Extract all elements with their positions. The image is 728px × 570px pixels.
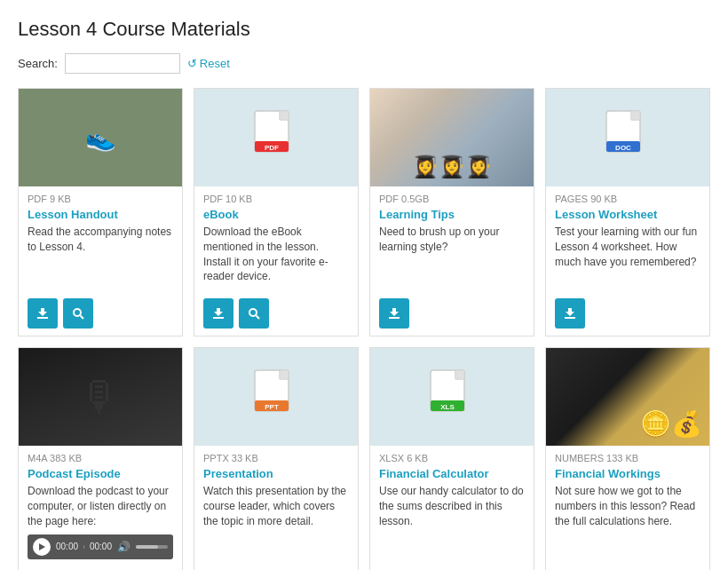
card-lesson-handout: PDF 9 KB Lesson Handout Read the accompa… — [18, 88, 183, 336]
card-meta: XLSX 6 KB — [379, 453, 525, 463]
card-icon-area: XLS — [370, 348, 534, 446]
svg-rect-14 — [631, 111, 640, 120]
audio-progress-track[interactable] — [83, 545, 84, 549]
card-image-calculator — [546, 348, 709, 446]
audio-time-total: 00:00 — [90, 542, 112, 551]
card-desc: Use our handy calculator to do the sums … — [379, 484, 525, 558]
pdf-file-icon: PDF — [253, 109, 299, 166]
card-meta: PDF 10 KB — [203, 194, 349, 204]
svg-rect-29 — [455, 370, 464, 379]
card-body: PDF 0.5GB Learning Tips Need to brush up… — [370, 186, 534, 291]
card-title[interactable]: eBook — [203, 208, 349, 221]
page-title: Lesson 4 Course Materials — [18, 18, 710, 41]
card-body: XLSX 6 KB Financial Calculator Use our h… — [370, 446, 534, 566]
svg-rect-17 — [565, 317, 575, 319]
card-body: PDF 10 KB eBook Download the eBook menti… — [194, 186, 358, 291]
card-body: M4A 383 KB Podcast Episode Download the … — [19, 446, 182, 566]
svg-point-9 — [249, 309, 257, 316]
svg-text:PPT: PPT — [265, 403, 279, 411]
svg-line-2 — [81, 316, 84, 320]
svg-rect-8 — [213, 317, 224, 319]
audio-player: 00:00 00:00 🔊 — [28, 534, 173, 559]
card-meta: NUMBERS 133 KB — [555, 453, 700, 463]
card-image-feet — [19, 89, 182, 186]
card-buttons — [194, 291, 358, 336]
reset-label: Reset — [200, 57, 230, 70]
card-desc: Test your learning with our fun Lesson 4… — [555, 225, 700, 284]
search-label: Search: — [18, 57, 58, 70]
card-body: PAGES 90 KB Lesson Worksheet Test your l… — [546, 186, 709, 291]
card-financial-calculator: XLS XLSX 6 KB Financial Calculator Use o… — [369, 347, 534, 570]
card-financial-workings: NUMBERS 133 KB Financial Workings Not su… — [545, 347, 710, 570]
svg-rect-0 — [37, 317, 48, 319]
card-body: PDF 9 KB Lesson Handout Read the accompa… — [19, 186, 182, 291]
card-meta: PDF 0.5GB — [379, 194, 525, 204]
svg-text:DOC: DOC — [615, 144, 631, 152]
card-learning-tips: PDF 0.5GB Learning Tips Need to brush up… — [369, 88, 534, 336]
card-icon-area: DOC — [546, 89, 709, 186]
svg-point-1 — [74, 309, 81, 316]
audio-time-current: 00:00 — [56, 542, 78, 551]
card-buttons — [370, 566, 534, 570]
card-ebook: PDF PDF 10 KB eBook Download the eBook m… — [194, 88, 359, 336]
card-meta: M4A 383 KB — [28, 453, 173, 463]
card-body: PPTX 33 KB Presentation Watch this prese… — [194, 446, 358, 566]
volume-fill — [136, 545, 158, 549]
search-button[interactable] — [239, 298, 269, 329]
card-desc: Download the eBook mentioned in the less… — [203, 225, 349, 284]
card-image-students — [370, 89, 534, 186]
download-button[interactable] — [379, 298, 409, 329]
download-button[interactable] — [28, 298, 58, 329]
svg-text:PDF: PDF — [265, 144, 279, 152]
card-lesson-worksheet: DOC PAGES 90 KB Lesson Worksheet Test yo… — [545, 88, 710, 336]
doc-file-icon: DOC — [605, 109, 651, 166]
download-button[interactable] — [203, 298, 233, 329]
card-title[interactable]: Podcast Episode — [28, 467, 173, 480]
reset-icon: ↺ — [187, 57, 197, 70]
svg-rect-5 — [280, 111, 289, 120]
svg-rect-11 — [389, 317, 400, 319]
volume-icon[interactable]: 🔊 — [117, 541, 131, 553]
search-bar: Search: ↺ Reset — [18, 53, 710, 74]
card-desc: Need to brush up on your learning style? — [379, 225, 525, 284]
search-button[interactable] — [63, 298, 93, 329]
card-desc: Watch this presentation by the course le… — [203, 484, 349, 558]
card-buttons — [19, 566, 182, 570]
card-title[interactable]: Lesson Worksheet — [555, 208, 700, 221]
card-desc: Not sure how we got to the numbers in th… — [555, 484, 700, 558]
card-meta: PDF 9 KB — [28, 194, 173, 204]
card-buttons — [546, 291, 709, 336]
card-desc: Download the podcast to your computer, o… — [28, 484, 173, 528]
card-podcast-episode: M4A 383 KB Podcast Episode Download the … — [18, 347, 183, 570]
card-icon-area: PPT — [194, 348, 358, 446]
card-title[interactable]: Learning Tips — [379, 208, 525, 221]
svg-rect-23 — [280, 370, 289, 379]
download-button[interactable] — [555, 298, 585, 329]
svg-line-10 — [257, 316, 260, 320]
card-title[interactable]: Lesson Handout — [28, 208, 173, 221]
card-title[interactable]: Financial Workings — [555, 467, 700, 480]
reset-button[interactable]: ↺ Reset — [187, 57, 230, 70]
card-buttons — [19, 291, 182, 336]
audio-play-button[interactable] — [33, 538, 51, 556]
card-buttons — [546, 566, 709, 570]
card-title[interactable]: Financial Calculator — [379, 467, 525, 480]
search-input[interactable] — [65, 53, 180, 74]
card-buttons — [370, 291, 534, 336]
card-meta: PPTX 33 KB — [203, 453, 349, 463]
svg-text:XLS: XLS — [440, 403, 455, 411]
card-image-podcast — [19, 348, 182, 446]
card-title[interactable]: Presentation — [203, 467, 349, 480]
card-body: NUMBERS 133 KB Financial Workings Not su… — [546, 446, 709, 566]
materials-grid: PDF 9 KB Lesson Handout Read the accompa… — [18, 88, 710, 570]
ppt-file-icon: PPT — [253, 368, 299, 425]
card-desc: Read the accompanying notes to Lesson 4. — [28, 225, 173, 284]
xls-file-icon: XLS — [429, 368, 475, 425]
card-buttons — [194, 566, 358, 570]
card-meta: PAGES 90 KB — [555, 194, 700, 204]
card-presentation: PPT PPTX 33 KB Presentation Watch this p… — [194, 347, 359, 570]
volume-bar[interactable] — [136, 545, 168, 549]
card-icon-area: PDF — [194, 89, 358, 186]
